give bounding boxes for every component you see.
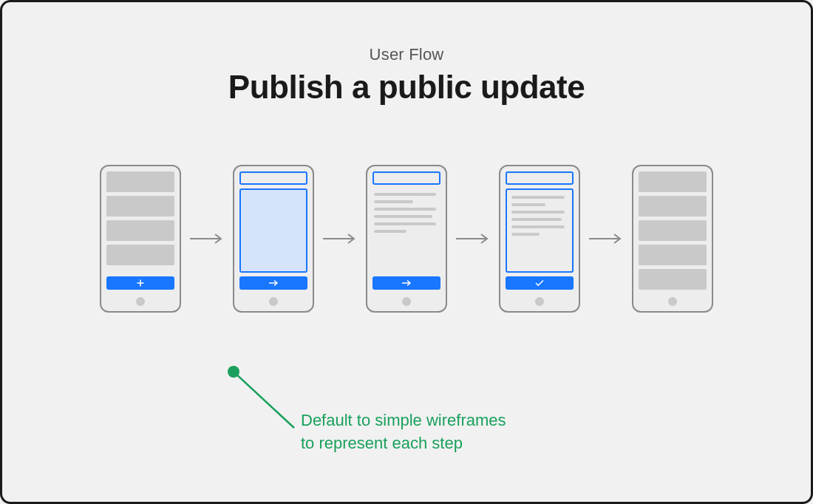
text-line	[374, 222, 436, 225]
feed-item	[639, 220, 707, 241]
home-button-icon	[136, 297, 145, 306]
compose-header	[239, 171, 307, 185]
text-line	[511, 218, 562, 221]
plus-icon	[137, 279, 144, 287]
annotation-line-1: Default to simple wireframes	[301, 411, 506, 429]
next-button	[373, 276, 440, 290]
flow-arrow	[580, 231, 632, 246]
text-line	[511, 196, 565, 199]
feed-item	[106, 245, 174, 265]
wireframe-step-3	[366, 165, 447, 313]
text-line	[374, 193, 436, 196]
compose-header	[373, 171, 440, 185]
check-icon	[534, 279, 545, 287]
feed-item	[639, 171, 707, 192]
text-line	[374, 230, 406, 233]
wireframe-step-2	[233, 165, 314, 313]
flow-row	[2, 165, 811, 313]
feed-item	[106, 220, 174, 241]
diagram-header: User Flow Publish a public update	[2, 45, 811, 106]
flow-arrow	[447, 231, 499, 246]
text-line	[374, 208, 436, 211]
text-line	[511, 225, 565, 228]
feed-item	[106, 196, 174, 217]
review-header	[506, 171, 574, 185]
text-line	[511, 211, 565, 214]
home-button-icon	[535, 297, 544, 306]
arrow-right-icon	[401, 279, 412, 287]
compose-text-body	[373, 188, 440, 273]
feed-item	[639, 245, 707, 265]
text-line	[511, 233, 540, 236]
wireframe-step-4	[499, 165, 580, 313]
add-button	[106, 276, 174, 290]
feed-item	[106, 171, 174, 192]
compose-textarea-empty	[239, 188, 307, 273]
home-button-icon	[402, 297, 411, 306]
review-text-box	[506, 188, 574, 273]
text-line	[374, 200, 413, 203]
arrow-right-icon	[588, 231, 625, 246]
text-line	[374, 215, 432, 218]
arrow-right-icon	[188, 231, 225, 246]
wireframe-step-5	[632, 165, 713, 313]
diagram-title: Publish a public update	[2, 69, 811, 106]
confirm-button	[506, 276, 574, 290]
annotation-leader-line	[226, 364, 307, 438]
text-line	[511, 203, 545, 206]
feed-item	[639, 196, 707, 217]
svg-line-7	[234, 372, 294, 428]
wireframe-step-1	[100, 165, 181, 313]
arrow-right-icon	[455, 231, 491, 246]
next-button	[239, 276, 307, 290]
arrow-right-icon	[322, 231, 358, 246]
flow-arrow	[314, 231, 366, 246]
flow-arrow	[181, 231, 233, 246]
annotation-text: Default to simple wireframes to represen…	[301, 409, 506, 455]
diagram-subtitle: User Flow	[2, 45, 811, 64]
home-button-icon	[269, 297, 278, 306]
feed-item	[639, 269, 707, 290]
arrow-right-icon	[268, 279, 279, 287]
home-button-icon	[668, 297, 677, 306]
annotation-line-2: to represent each step	[301, 434, 463, 452]
